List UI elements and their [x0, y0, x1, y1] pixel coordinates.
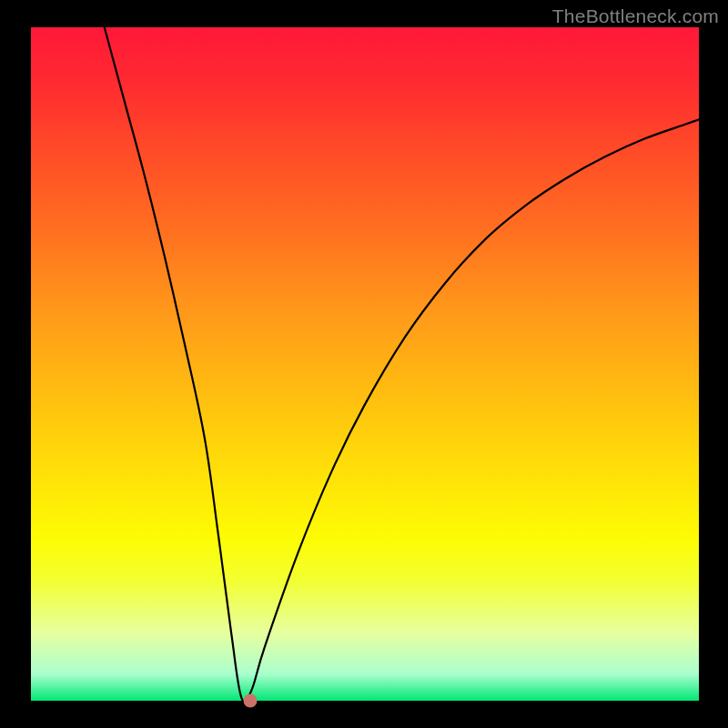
watermark-text: TheBottleneck.com [552, 5, 719, 27]
curve-marker [243, 694, 257, 708]
chart-frame: TheBottleneck.com [0, 0, 728, 728]
curve-layer [31, 27, 699, 701]
plot-area [31, 27, 699, 701]
curve-path [105, 27, 699, 701]
